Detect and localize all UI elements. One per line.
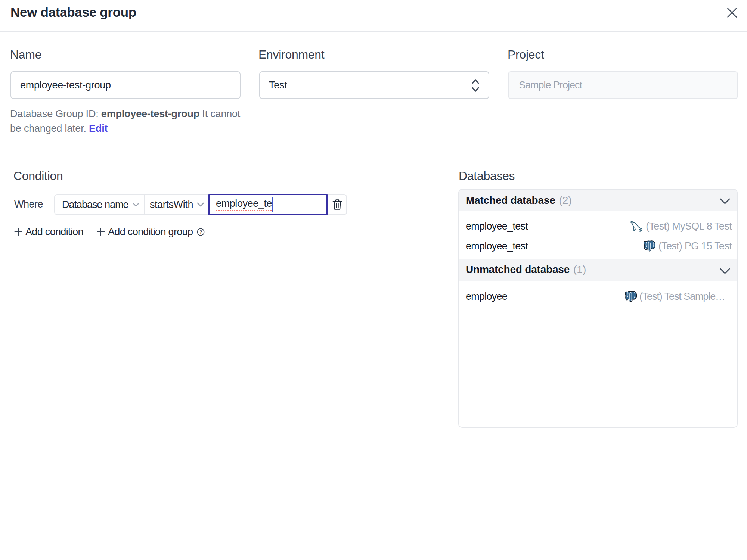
svg-text:?: ? [199,229,202,235]
